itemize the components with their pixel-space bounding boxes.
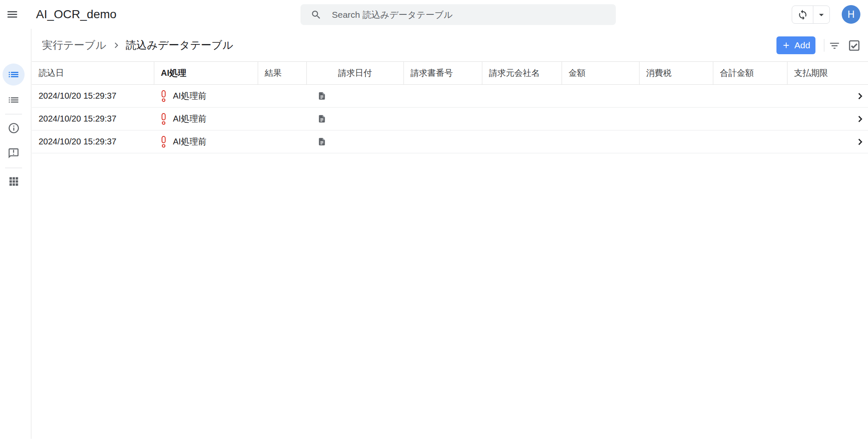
sync-icon [797,9,808,20]
sidebar-item-apps[interactable] [3,170,25,192]
column-header-billing-company[interactable]: 請求元会社名 [482,62,562,85]
alert-exclamation-icon [161,136,167,148]
search-input[interactable] [331,9,602,20]
column-header-tax[interactable]: 消費税 [639,62,713,85]
cell-total-amount [713,108,787,130]
add-button[interactable]: Add [776,36,815,54]
column-header-invoice-number[interactable]: 請求書番号 [403,62,482,85]
cell-payment-due [787,85,868,108]
cell-tax [639,130,713,153]
select-rows-button[interactable] [847,39,861,52]
cell-invoice-number [403,130,482,153]
cell-invoice-file [306,130,403,153]
column-header-loaded-date[interactable]: 読込日 [32,62,154,85]
cell-ai-status: AI処理前 [154,108,258,130]
list-icon [7,68,20,81]
table-row[interactable]: 2024/10/20 15:29:37 AI処理前 [32,130,868,153]
cell-loaded-date: 2024/10/20 15:29:37 [32,130,154,153]
info-icon [8,122,20,134]
breadcrumb-parent[interactable]: 実行テーブル [42,38,106,52]
cell-loaded-date: 2024/10/20 15:29:37 [32,85,154,108]
cell-result [258,108,306,130]
sidebar-item-feedback[interactable] [3,142,25,164]
search-bar [300,4,616,25]
cell-result [258,130,306,153]
hamburger-icon [6,8,19,21]
cell-amount [562,85,639,108]
breadcrumb-current: 読込みデータテーブル [126,38,234,52]
topbar: AI_OCR_demo H [0,0,868,29]
cell-invoice-file [306,85,403,108]
cell-loaded-date: 2024/10/20 15:29:37 [32,108,154,130]
hamburger-menu-button[interactable] [6,8,19,21]
cell-payment-due [787,108,868,130]
cell-invoice-file [306,108,403,130]
sidebar-item-about[interactable] [3,117,25,139]
chevron-right-icon[interactable] [855,137,865,147]
chevron-right-icon[interactable] [855,91,865,101]
feedback-icon [8,147,19,159]
alert-exclamation-icon [161,90,167,102]
table-row[interactable]: 2024/10/20 15:29:37 AI処理前 [32,85,868,108]
cell-tax [639,108,713,130]
cell-invoice-number [403,108,482,130]
document-icon [317,136,326,147]
chevron-down-icon [816,9,827,20]
plus-icon [782,41,791,50]
cell-tax [639,85,713,108]
toolbar-divider [824,39,824,52]
sidebar [0,29,31,439]
cell-amount [562,130,639,153]
app-title: AI_OCR_demo [36,0,117,29]
ai-status-label: AI処理前 [173,113,206,125]
chevron-right-icon[interactable] [855,114,865,124]
cell-total-amount [713,85,787,108]
filter-button[interactable] [828,39,841,52]
list-icon [7,94,20,106]
filter-icon [829,40,840,52]
table-header-row: 読込日 AI処理 結果 請求日付 請求書番号 請求元会社名 金額 消費税 合計金… [32,62,868,85]
document-icon [317,91,326,101]
apps-grid-icon [8,176,19,187]
sidebar-item-data-view-active[interactable] [3,64,25,86]
avatar[interactable]: H [842,5,860,24]
column-header-result[interactable]: 結果 [258,62,306,85]
column-header-ai-process[interactable]: AI処理 [154,62,258,85]
sidebar-divider [5,114,22,114]
checkbox-checked-icon [848,39,861,52]
cell-amount [562,108,639,130]
cell-total-amount [713,130,787,153]
cell-payment-due [787,130,868,153]
cell-billing-company [482,130,562,153]
alert-exclamation-icon [161,113,167,125]
cell-ai-status: AI処理前 [154,130,258,153]
sync-button-group [792,6,830,24]
cell-billing-company [482,85,562,108]
add-button-label: Add [794,40,810,50]
column-header-amount[interactable]: 金額 [562,62,639,85]
chevron-right-icon [112,41,120,50]
cell-ai-status: AI処理前 [154,85,258,108]
sync-button[interactable] [792,6,813,23]
column-header-payment-due[interactable]: 支払期限 [787,62,868,85]
table-row[interactable]: 2024/10/20 15:29:37 AI処理前 [32,108,868,130]
search-icon [300,9,322,20]
breadcrumb: 実行テーブル 読込みデータテーブル [42,29,233,61]
column-header-total-amount[interactable]: 合計金額 [713,62,787,85]
cell-invoice-number [403,85,482,108]
main-content: 実行テーブル 読込みデータテーブル Add 読込日 [32,29,868,443]
ai-status-label: AI処理前 [173,90,206,102]
document-icon [317,114,326,124]
data-table: 読込日 AI処理 結果 請求日付 請求書番号 請求元会社名 金額 消費税 合計金… [32,61,868,153]
sidebar-item-exec-view[interactable] [3,89,25,111]
cell-billing-company [482,108,562,130]
sidebar-divider [5,168,22,168]
column-header-invoice-date[interactable]: 請求日付 [306,62,403,85]
ai-status-label: AI処理前 [173,136,206,147]
cell-result [258,85,306,108]
sync-dropdown-button[interactable] [813,6,829,23]
